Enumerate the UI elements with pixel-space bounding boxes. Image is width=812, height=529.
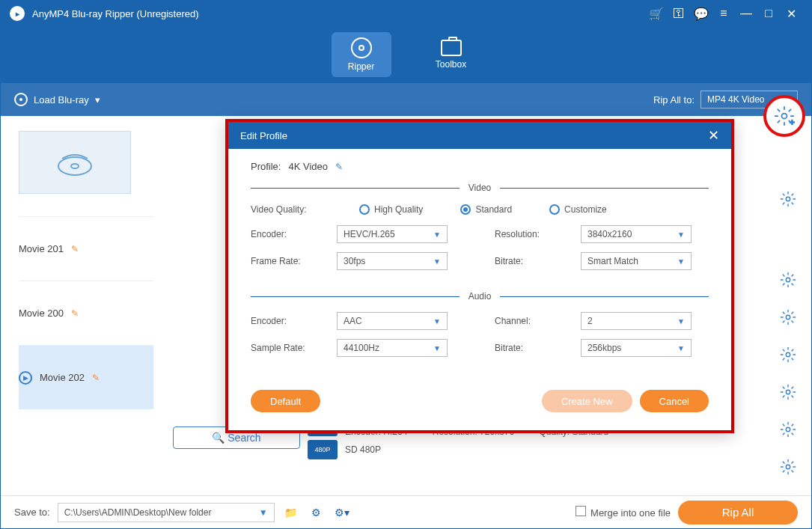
chevron-down-icon: ▼ xyxy=(433,317,441,325)
disc-icon xyxy=(14,93,28,106)
video-quality-label: Video Quality: xyxy=(251,204,307,215)
svg-point-9 xyxy=(782,114,787,119)
modal-close-icon[interactable]: ✕ xyxy=(708,127,719,144)
bluray-thumbnail xyxy=(19,131,131,194)
save-to-label: Save to: xyxy=(14,507,50,518)
maximize-icon[interactable]: □ xyxy=(757,2,780,25)
audio-encoder-dropdown[interactable]: AAC▼ xyxy=(337,312,448,330)
svg-point-4 xyxy=(786,315,790,319)
chevron-down-icon: ▼ xyxy=(677,317,685,325)
edit-icon[interactable]: ✎ xyxy=(71,308,79,319)
custom-profile-button[interactable]: + xyxy=(763,95,805,137)
channel-label: Channel: xyxy=(495,316,566,326)
framerate-dropdown[interactable]: 30fps▼ xyxy=(337,252,448,270)
chevron-down-icon: ▼ xyxy=(433,344,441,352)
load-label: Load Blu-ray xyxy=(34,94,89,106)
channel-dropdown[interactable]: 2▼ xyxy=(581,312,692,330)
video-section-label: Video xyxy=(460,183,500,193)
movie-item[interactable]: Movie 200 ✎ xyxy=(19,281,153,345)
rip-to-label: Rip All to: xyxy=(653,94,695,106)
toolbox-tab[interactable]: Toolbox xyxy=(421,32,481,77)
chevron-down-icon: ▼ xyxy=(677,344,685,352)
rip-all-button[interactable]: Rip All xyxy=(678,501,798,525)
menu-icon[interactable]: ≡ xyxy=(712,2,735,25)
svg-point-6 xyxy=(786,390,790,394)
audio-bitrate-dropdown[interactable]: 256kbps▼ xyxy=(581,339,692,357)
edit-profile-name-icon[interactable]: ✎ xyxy=(335,162,343,172)
chevron-down-icon: ▾ xyxy=(95,94,100,106)
movie-item-selected[interactable]: ▶ Movie 202 ✎ xyxy=(19,345,153,409)
audio-section-label: Audio xyxy=(460,291,501,302)
edit-profile-modal: Edit Profile ✕ Profile: 4K Video ✎ Video… xyxy=(225,119,734,433)
chevron-down-icon: ▼ xyxy=(677,257,685,266)
video-bitrate-dropdown[interactable]: Smart Match▼ xyxy=(581,252,692,270)
video-encoder-dropdown[interactable]: HEVC/H.265▼ xyxy=(337,225,448,243)
footer-bar: Save to: C:\Users\ADMIN\Desktop\New fold… xyxy=(1,495,811,528)
gpu-icon[interactable]: ⚙ xyxy=(308,504,326,522)
profile-label: Profile: xyxy=(251,161,281,172)
bitrate-label: Bitrate: xyxy=(495,256,566,266)
resolution-dropdown[interactable]: 3840x2160▼ xyxy=(581,225,692,243)
save-path-value: C:\Users\ADMIN\Desktop\New folder xyxy=(64,507,212,518)
modal-title-text: Edit Profile xyxy=(240,130,287,141)
samplerate-dropdown[interactable]: 44100Hz▼ xyxy=(337,339,448,357)
movie-item[interactable]: Movie 201 ✎ xyxy=(19,216,153,281)
load-bluray-button[interactable]: Load Blu-ray ▾ xyxy=(14,93,100,106)
main-toolbar: Ripper Toolbox xyxy=(1,26,811,83)
bluray-disc-icon xyxy=(56,147,94,177)
play-icon[interactable]: ▶ xyxy=(19,371,32,385)
app-logo-icon: ▸ xyxy=(10,6,25,21)
movie-title: Movie 200 xyxy=(19,308,64,319)
svg-point-2 xyxy=(786,197,790,201)
gear-icon[interactable] xyxy=(780,346,796,363)
svg-point-5 xyxy=(786,352,790,357)
framerate-label: Frame Rate: xyxy=(251,256,322,266)
sub-toolbar: Load Blu-ray ▾ Rip All to: MP4 4K Video … xyxy=(1,83,811,116)
ripper-icon xyxy=(351,37,372,58)
audio-bitrate-label: Bitrate: xyxy=(495,343,566,353)
cart-icon[interactable]: 🛒 xyxy=(645,2,668,25)
svg-point-8 xyxy=(786,465,790,469)
minimize-icon[interactable]: — xyxy=(735,2,757,25)
ripper-label: Ripper xyxy=(348,61,374,72)
folder-icon[interactable]: 📁 xyxy=(282,504,300,522)
encoder-label: Encoder: xyxy=(251,229,322,239)
default-button[interactable]: Default xyxy=(251,390,320,412)
format-name: SD 480P xyxy=(345,444,381,455)
edit-icon[interactable]: ✎ xyxy=(71,244,79,254)
format-badge-icon: 480P xyxy=(308,440,338,459)
gear-icon[interactable] xyxy=(780,384,796,400)
movie-title: Movie 201 xyxy=(19,243,64,254)
save-path-input[interactable]: C:\Users\ADMIN\Desktop\New folder ▼ xyxy=(58,503,275,522)
app-title: AnyMP4 Blu-ray Ripper (Unregistered) xyxy=(32,8,199,19)
gear-icon[interactable] xyxy=(780,309,796,325)
gear-icon[interactable] xyxy=(780,272,796,288)
modal-titlebar: Edit Profile ✕ xyxy=(228,122,731,149)
resolution-label: Resolution: xyxy=(495,229,566,239)
chevron-down-icon: ▼ xyxy=(433,230,441,239)
gear-plus-icon: + xyxy=(774,106,795,126)
toolbox-label: Toolbox xyxy=(436,59,466,70)
quality-high-radio[interactable]: High Quality xyxy=(359,204,423,215)
quality-standard-radio[interactable]: Standard xyxy=(460,204,512,215)
merge-checkbox[interactable]: Merge into one file xyxy=(576,506,671,519)
movie-title: Movie 202 xyxy=(40,372,85,383)
create-new-button[interactable]: Create New xyxy=(542,390,632,412)
close-icon[interactable]: ✕ xyxy=(780,2,802,25)
cancel-button[interactable]: Cancel xyxy=(640,390,709,412)
titlebar: ▸ AnyMP4 Blu-ray Ripper (Unregistered) 🛒… xyxy=(1,1,811,26)
edit-icon[interactable]: ✎ xyxy=(92,373,100,383)
svg-point-0 xyxy=(58,157,91,175)
svg-text:+: + xyxy=(790,117,795,126)
quality-custom-radio[interactable]: Customize xyxy=(549,204,607,215)
chevron-down-icon: ▼ xyxy=(677,230,685,239)
chevron-down-icon: ▼ xyxy=(259,507,268,518)
svg-point-1 xyxy=(71,164,79,168)
feedback-icon[interactable]: 💬 xyxy=(690,2,712,25)
key-icon[interactable]: ⚿ xyxy=(668,2,690,25)
ripper-tab[interactable]: Ripper xyxy=(332,32,391,77)
svg-point-3 xyxy=(786,278,790,282)
settings-icon[interactable]: ⚙▾ xyxy=(333,504,351,522)
gear-icon[interactable] xyxy=(780,191,796,207)
chevron-down-icon: ▼ xyxy=(433,257,441,266)
